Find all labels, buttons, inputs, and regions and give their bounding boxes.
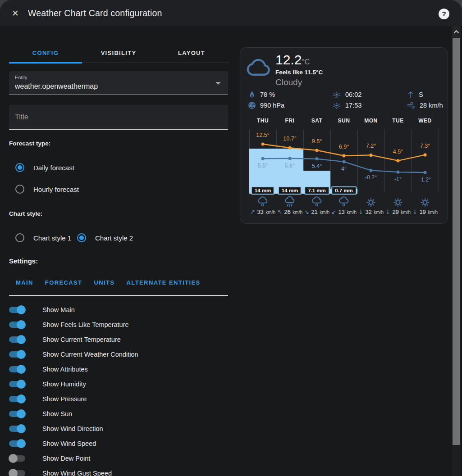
- attribute-sunrise: 06:02: [332, 90, 361, 99]
- radio-hourly-forecast[interactable]: Hourly forecast: [15, 184, 79, 194]
- toggle-switch[interactable]: [9, 426, 25, 432]
- pouring-icon: [276, 196, 303, 208]
- current-condition: Cloudy: [275, 77, 302, 87]
- toggle-thumb[interactable]: [17, 409, 26, 418]
- toggle-label: Show Humidity: [42, 381, 86, 388]
- precipitation-label: 0.7 mm: [331, 186, 357, 195]
- wind-direction-arrow-icon: [406, 90, 415, 99]
- radio-circle-icon[interactable]: [77, 233, 86, 242]
- toggle-switch[interactable]: [9, 440, 25, 447]
- entity-label: Entity: [15, 75, 27, 80]
- sunny-icon: [384, 196, 412, 208]
- radio-daily-forecast[interactable]: Daily forecast: [15, 163, 74, 172]
- radio-circle-icon[interactable]: [15, 163, 24, 172]
- toggle-row-show-wind-direction: Show Wind Direction: [9, 422, 103, 435]
- temperature-low-label: 5.5°: [258, 163, 268, 169]
- chart-style-label: Chart style:: [9, 210, 42, 217]
- wind-speed-value: 29: [392, 209, 398, 215]
- radio-label: Chart style 2: [95, 234, 133, 242]
- toggle-thumb[interactable]: [17, 424, 26, 433]
- wind-speed-value: 32: [365, 209, 371, 215]
- toggle-thumb[interactable]: [17, 350, 26, 359]
- tab-visibility[interactable]: VISIBILITY: [82, 43, 155, 63]
- toggle-switch[interactable]: [9, 351, 25, 358]
- settings-tab-alternate-entities[interactable]: ALTERNATE ENTITIES: [127, 279, 201, 286]
- toggle-switch[interactable]: [9, 381, 25, 387]
- toggle-thumb[interactable]: [9, 469, 18, 476]
- help-icon[interactable]: ?: [439, 9, 449, 19]
- wind-forecast: ↖ 26 km/h: [276, 208, 303, 216]
- settings-tab-forecast[interactable]: FORECAST: [45, 279, 82, 286]
- pressure-gauge-icon: [247, 101, 256, 110]
- attribute-humidity: 78 %: [247, 90, 275, 99]
- attribute-value: 06:02: [345, 91, 361, 98]
- wind-arrow-icon: ↖: [277, 209, 282, 215]
- toggle-label: Show Wind Gust Speed: [42, 470, 112, 476]
- toggle-thumb[interactable]: [17, 365, 26, 374]
- toggle-thumb[interactable]: [17, 380, 26, 389]
- toggle-switch[interactable]: [9, 307, 25, 313]
- radio-label: Daily forecast: [33, 164, 74, 172]
- weather-card-preview: 12.2°C Feels like 11.5°C Cloudy 78 %990 …: [240, 47, 448, 224]
- scroll-up-button[interactable]: [452, 26, 461, 38]
- toggle-thumb[interactable]: [17, 439, 26, 448]
- settings-tab-main[interactable]: MAIN: [16, 279, 33, 286]
- temperature-low-label: -1.2°: [419, 177, 431, 183]
- radio-chart-style-1[interactable]: Chart style 1: [15, 233, 71, 243]
- dialog-header: ✕ Weather Chart Card configuration ?: [0, 0, 462, 26]
- toggle-switch[interactable]: [9, 336, 25, 343]
- toggle-switch[interactable]: [9, 396, 25, 402]
- toggle-thumb[interactable]: [9, 454, 18, 463]
- wind-arrow-icon: ↘: [304, 209, 309, 215]
- wind-speed-unit: km/h: [320, 210, 329, 215]
- wind-speed-value: 21: [311, 209, 317, 215]
- wind-arrow-icon: ↓: [412, 209, 417, 215]
- attribute-value: 990 hPa: [260, 102, 284, 109]
- toggle-label: Show Attributes: [42, 366, 88, 373]
- forecast-type-label: Forecast type:: [9, 140, 50, 147]
- chevron-down-icon: [215, 82, 221, 85]
- toggle-row-show-sun: Show Sun: [9, 408, 72, 420]
- settings-tab-bar: MAINFORECASTUNITSALTERNATE ENTITIES: [16, 279, 201, 286]
- settings-tab-units[interactable]: UNITS: [94, 279, 115, 286]
- attribute-wind-speed: 28 km/h: [406, 101, 443, 110]
- temperature-low-label: 5.6°: [285, 163, 295, 169]
- temperature-high-label: 7.3°: [420, 143, 430, 149]
- wind-speed-unit: km/h: [374, 210, 384, 215]
- scrollbar-track[interactable]: [452, 26, 461, 476]
- temperature-high-label: 12.5°: [256, 132, 269, 138]
- chart-gridline: [439, 129, 439, 192]
- toggle-row-show-dew-point: Show Dew Point: [9, 452, 90, 465]
- feels-like-temperature: Feels like 11.5°C: [275, 69, 323, 76]
- title-placeholder: Title: [15, 113, 28, 121]
- toggle-label: Show Main: [42, 306, 75, 313]
- toggle-switch[interactable]: [9, 411, 25, 417]
- toggle-thumb[interactable]: [17, 320, 26, 329]
- toggle-row-show-feels-like-temperature: Show Feels Like Temperature: [9, 318, 129, 331]
- radio-chart-style-2[interactable]: Chart style 2: [77, 233, 133, 243]
- toggle-switch[interactable]: [9, 366, 25, 372]
- radio-circle-icon[interactable]: [15, 185, 24, 194]
- toggle-thumb[interactable]: [17, 335, 26, 344]
- scrollbar-thumb[interactable]: [453, 38, 460, 445]
- sunny-icon: [412, 196, 439, 208]
- rainy-icon: [249, 196, 276, 208]
- temperature-high-label: 7.2°: [366, 143, 376, 149]
- tab-config[interactable]: CONFIG: [9, 43, 82, 63]
- toggle-label: Show Wind Speed: [42, 440, 96, 447]
- toggle-row-show-current-temperature: Show Current Temperature: [9, 333, 121, 346]
- active-tab-indicator: [9, 62, 82, 63]
- toggle-switch[interactable]: [9, 322, 25, 328]
- toggle-row-show-humidity: Show Humidity: [9, 378, 86, 390]
- toggle-thumb[interactable]: [17, 305, 26, 314]
- tab-layout[interactable]: LAYOUT: [155, 43, 228, 63]
- toggle-thumb[interactable]: [17, 394, 26, 403]
- entity-select[interactable]: Entity weather.openweathermap: [9, 71, 228, 95]
- title-input[interactable]: Title: [9, 105, 228, 130]
- toggle-switch[interactable]: [9, 470, 25, 476]
- radio-circle-icon[interactable]: [15, 233, 24, 242]
- toggle-switch[interactable]: [9, 455, 25, 462]
- wind-forecast: ↗ 33 km/h: [249, 208, 276, 216]
- precipitation-label: 14 mm: [278, 186, 302, 195]
- close-icon[interactable]: ✕: [10, 8, 21, 19]
